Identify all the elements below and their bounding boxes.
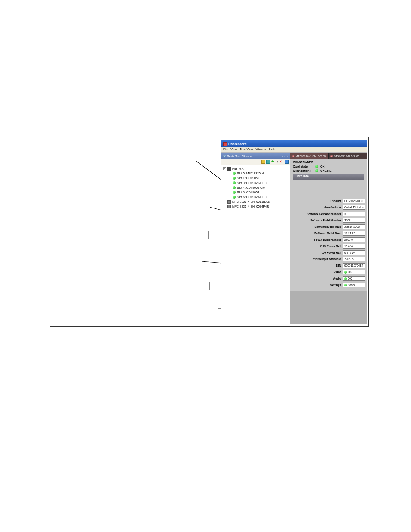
menu-treeview[interactable]: Tree View — [240, 148, 253, 152]
tree-slot[interactable]: Slot 1: CDI-9051 — [223, 176, 288, 180]
connection-row: Connection: ONLINE — [293, 169, 364, 172]
card-icon: ▣ — [292, 154, 295, 158]
tree-device[interactable]: MFC-8320-N SN: 0094P4R — [223, 204, 288, 209]
field-row: ProductCDI-9323-DEC — [292, 199, 365, 203]
status-dot-icon — [344, 271, 347, 274]
tree-slot[interactable]: Slot 3: CDI-9321-DEC — [223, 180, 288, 185]
field-row: ManufacturerCobalt Digital Inc. — [292, 205, 365, 210]
chevron-down-icon[interactable]: ▾ — [277, 160, 278, 164]
field-value: CDI-9323-DEC — [343, 199, 365, 203]
field-value: 720p_50 — [343, 257, 365, 261]
field-row: +12V Power Rail10.6 W — [292, 244, 365, 249]
tree-icon: ⚙ — [223, 154, 226, 158]
workspace: ⚙ Basic Tree View × ▭ ▭ + ▾ × - — [221, 153, 367, 324]
refresh-icon[interactable] — [266, 160, 270, 164]
tree-panel: ⚙ Basic Tree View × ▭ ▭ + ▾ × - — [221, 153, 290, 324]
status-dot-icon — [233, 181, 236, 184]
status-dot-icon — [233, 196, 236, 199]
tree-device[interactable]: MFC-8320-N SN: 00108996 — [223, 199, 288, 204]
window-titlebar[interactable]: DashBoard — [221, 140, 367, 147]
device-tree: - Frame A Slot 0: MFC-8320-N Slot 1: CDI… — [221, 165, 290, 210]
status-dot-icon — [344, 284, 347, 286]
add-icon[interactable]: + — [271, 160, 275, 164]
field-value: 2500.0 — [343, 237, 365, 242]
field-row: AudioOK — [292, 276, 365, 281]
field-row: SSN0000116704E4 — [292, 263, 365, 268]
tree-tab[interactable]: ⚙ Basic Tree View × ▭ ▭ — [221, 153, 290, 159]
minus-icon[interactable]: - — [223, 167, 226, 170]
figure-container: DashBoard File View Tree View Window Hel… — [50, 137, 369, 327]
field-row: FPGA Build Number2500.0 — [292, 237, 365, 242]
tree-tab-label: Basic Tree View — [227, 155, 249, 158]
right-panel: ▣ MFC-8310-N SN: 00100 ▣ MFC-8310-N SN: … — [290, 153, 367, 324]
status-dot-icon — [315, 169, 318, 172]
card-tabs: ▣ MFC-8310-N SN: 00100 ▣ MFC-8310-N SN: … — [290, 153, 367, 159]
status-dot-icon — [315, 165, 318, 168]
card-info-header: Card Info — [293, 174, 364, 180]
card-state-row: Card state: OK — [293, 165, 364, 168]
page-top-rule — [43, 40, 371, 40]
page-bottom-rule — [43, 500, 371, 500]
close-icon[interactable]: × — [250, 155, 252, 158]
field-row: Software Build Number2507 — [292, 218, 365, 223]
field-row: SettingsSaved — [292, 283, 365, 287]
filter-icon[interactable] — [261, 160, 265, 164]
tree-root[interactable]: - Frame A — [223, 166, 288, 171]
frame-icon — [227, 167, 231, 171]
field-value: 0.972 W — [343, 250, 365, 255]
menu-view[interactable]: View — [230, 148, 237, 152]
tab-card-inactive[interactable]: ▣ MFC-8310-N SN: 00 — [329, 153, 367, 159]
tree-slot[interactable]: Slot 5: CDI-9002 — [223, 190, 288, 195]
menu-bar: File View Tree View Window Help — [221, 147, 367, 153]
field-value: 10.6 W — [343, 244, 365, 249]
card-icon: ▣ — [330, 154, 333, 158]
field-row: VideoOK — [292, 270, 365, 274]
status-dot-icon — [233, 177, 236, 180]
field-value: OK — [343, 270, 365, 274]
menu-window[interactable]: Window — [255, 148, 266, 152]
tree-toolbar: + ▾ × — [221, 159, 290, 165]
tree-slot[interactable]: Slot 0: MFC-8320-N — [223, 171, 288, 176]
window-title: DashBoard — [228, 142, 247, 146]
field-value: 0000116704E4 — [343, 263, 365, 268]
tab-card-active[interactable]: ▣ MFC-8310-N SN: 00100 — [290, 153, 329, 159]
device-icon — [227, 205, 231, 208]
card-header: CDI-9323-DEC Card state: OK Connection: … — [290, 159, 367, 181]
tab-controls: ▭ ▭ — [282, 155, 288, 158]
status-dot-icon — [233, 172, 236, 175]
field-value: 3 — [343, 212, 365, 216]
menu-file[interactable]: File — [223, 148, 228, 152]
card-info-fields: ProductCDI-9323-DEC ManufacturerCobalt D… — [290, 181, 367, 291]
field-row: -7.5V Power Rail0.972 W — [292, 250, 365, 255]
delete-icon[interactable]: × — [280, 160, 283, 164]
field-row: Software Build DateJun 16 2008 — [292, 224, 365, 229]
device-icon — [227, 200, 231, 204]
app-icon — [223, 142, 227, 146]
status-dot-icon — [344, 277, 347, 280]
field-row: Software Build Time12:21:23 — [292, 231, 365, 236]
card-name: CDI-9323-DEC — [293, 161, 364, 164]
dashboard-window: DashBoard File View Tree View Window Hel… — [221, 140, 367, 324]
field-value: OK — [343, 276, 365, 281]
status-dot-icon — [233, 186, 236, 189]
options-icon[interactable] — [285, 160, 289, 164]
field-value: 12:21:23 — [343, 231, 365, 236]
field-value: Cobalt Digital Inc. — [343, 205, 365, 210]
field-row: Software Release Number3 — [292, 212, 365, 216]
field-value: Jun 16 2008 — [343, 224, 365, 229]
field-row: Video Input Standard720p_50 — [292, 257, 365, 261]
tree-slot[interactable]: Slot 6: CDI-9323-DEC — [223, 195, 288, 199]
status-dot-icon — [233, 191, 236, 194]
field-value: 2507 — [343, 218, 365, 223]
field-value: Saved — [343, 283, 365, 287]
menu-help[interactable]: Help — [269, 148, 275, 152]
tree-slot[interactable]: Slot 4: CDI-9005-UM — [223, 185, 288, 190]
